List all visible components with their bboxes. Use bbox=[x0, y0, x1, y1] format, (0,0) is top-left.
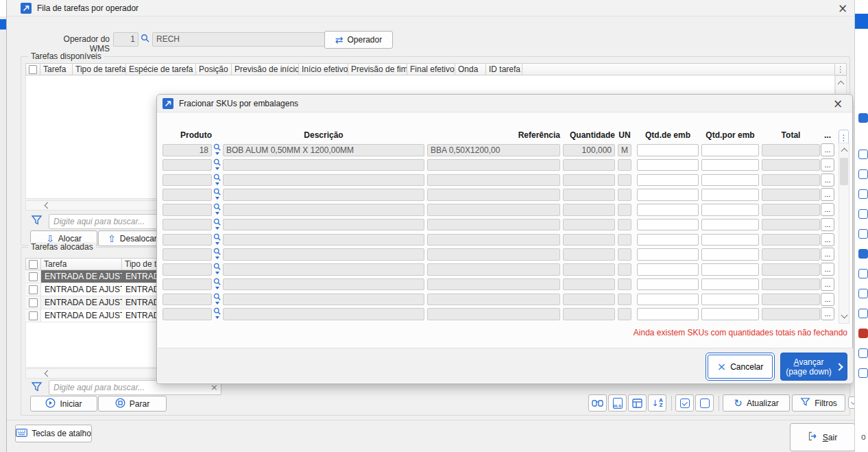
row-options-button[interactable]: ... bbox=[821, 307, 834, 320]
qtd-de-emb-input[interactable] bbox=[637, 248, 699, 261]
un-cell[interactable] bbox=[618, 189, 631, 201]
produto-cell[interactable] bbox=[162, 189, 212, 201]
qtd-de-emb-input[interactable] bbox=[637, 189, 699, 201]
produto-cell[interactable] bbox=[162, 219, 212, 231]
total-cell[interactable] bbox=[762, 159, 820, 171]
filter-funnel-icon[interactable] bbox=[31, 381, 43, 394]
quantidade-cell[interactable]: 100,000 bbox=[563, 144, 615, 156]
quantidade-cell[interactable] bbox=[563, 219, 615, 231]
referencia-cell[interactable] bbox=[427, 308, 560, 320]
qtd-por-emb-input[interactable] bbox=[701, 144, 759, 156]
qtd-por-emb-input[interactable] bbox=[701, 159, 759, 171]
descricao-cell[interactable] bbox=[223, 294, 424, 306]
quantidade-cell[interactable] bbox=[563, 189, 615, 201]
filters-button[interactable]: Filtros bbox=[792, 394, 845, 412]
descricao-cell[interactable] bbox=[223, 219, 424, 231]
close-window-button[interactable]: × bbox=[835, 1, 850, 16]
product-search-icon[interactable] bbox=[213, 233, 221, 247]
scroll-up-icon[interactable] bbox=[838, 81, 845, 88]
cancel-button[interactable]: × Cancelar bbox=[706, 353, 775, 381]
scroll-left-icon[interactable] bbox=[45, 370, 51, 377]
product-search-icon[interactable] bbox=[213, 174, 221, 187]
produto-cell[interactable] bbox=[162, 278, 212, 291]
descricao-cell[interactable] bbox=[223, 248, 424, 261]
row-options-button[interactable]: ... bbox=[821, 143, 834, 156]
dock-icon[interactable] bbox=[858, 348, 868, 358]
row-options-button[interactable]: ... bbox=[821, 233, 834, 246]
product-search-icon[interactable] bbox=[213, 158, 221, 172]
operator-id-field[interactable]: 1 bbox=[113, 32, 138, 47]
dock-icon[interactable] bbox=[858, 113, 868, 123]
produto-cell[interactable] bbox=[162, 159, 212, 171]
column-header[interactable]: Tarefa bbox=[40, 63, 73, 75]
quantidade-cell[interactable] bbox=[563, 204, 615, 216]
total-cell[interactable] bbox=[762, 219, 820, 231]
un-cell[interactable] bbox=[618, 204, 631, 216]
un-cell[interactable] bbox=[618, 308, 631, 320]
qtd-por-emb-input[interactable] bbox=[701, 219, 759, 231]
uncheck-all-button[interactable] bbox=[695, 394, 714, 412]
refresh-button[interactable]: ↻ Atualizar bbox=[723, 394, 790, 412]
row-checkbox[interactable] bbox=[25, 270, 41, 283]
row-checkbox[interactable] bbox=[25, 296, 41, 309]
column-header[interactable]: Previsão de fim bbox=[348, 63, 407, 75]
un-cell[interactable] bbox=[618, 248, 631, 261]
total-cell[interactable] bbox=[762, 234, 820, 246]
quantidade-cell[interactable] bbox=[563, 278, 615, 291]
qtd-de-emb-input[interactable] bbox=[637, 219, 699, 231]
scroll-down-icon[interactable] bbox=[841, 312, 847, 319]
total-cell[interactable] bbox=[762, 278, 820, 291]
total-cell[interactable] bbox=[762, 294, 820, 306]
layout-button[interactable] bbox=[628, 394, 647, 412]
quantidade-cell[interactable] bbox=[563, 294, 615, 306]
row-options-button[interactable]: ... bbox=[821, 278, 834, 291]
quantidade-cell[interactable] bbox=[563, 234, 615, 246]
quantidade-cell[interactable] bbox=[563, 308, 615, 320]
qtd-por-emb-input[interactable] bbox=[701, 308, 759, 320]
quantidade-cell[interactable] bbox=[563, 263, 615, 276]
total-cell[interactable] bbox=[762, 204, 820, 216]
qtd-de-emb-input[interactable] bbox=[637, 234, 699, 246]
column-header[interactable]: Previsão de início bbox=[232, 63, 299, 75]
un-cell[interactable] bbox=[618, 263, 631, 276]
dock-icon[interactable] bbox=[858, 289, 868, 298]
advance-button[interactable]: Avançar (page down) bbox=[780, 353, 847, 381]
product-search-icon[interactable] bbox=[213, 293, 221, 307]
modal-vscrollbar[interactable] bbox=[839, 143, 849, 324]
referencia-cell[interactable] bbox=[427, 174, 560, 187]
referencia-cell[interactable] bbox=[427, 263, 560, 276]
qtd-de-emb-input[interactable] bbox=[637, 159, 699, 171]
check-all-button[interactable] bbox=[675, 394, 694, 412]
total-cell[interactable] bbox=[762, 308, 820, 320]
quantidade-cell[interactable] bbox=[563, 174, 615, 187]
qtd-por-emb-input[interactable] bbox=[701, 204, 759, 216]
dock-icon[interactable] bbox=[858, 209, 868, 219]
descricao-cell[interactable] bbox=[223, 234, 424, 246]
row-options-button[interactable]: ... bbox=[821, 263, 834, 276]
dock-icon[interactable] bbox=[858, 169, 868, 179]
find-button[interactable] bbox=[588, 394, 607, 412]
qtd-de-emb-input[interactable] bbox=[637, 174, 699, 187]
column-header[interactable]: Final efetivo bbox=[407, 63, 455, 75]
dock-icon[interactable] bbox=[858, 189, 868, 199]
row-options-button[interactable]: ... bbox=[821, 203, 834, 216]
operator-name-field[interactable]: RECH bbox=[152, 32, 325, 47]
dock-icon[interactable] bbox=[858, 269, 868, 278]
product-search-icon[interactable] bbox=[213, 218, 221, 232]
row-options-button[interactable]: ... bbox=[821, 248, 834, 261]
referencia-cell[interactable]: BBA 0,50X1200,00 bbox=[427, 144, 560, 156]
dock-icon[interactable] bbox=[858, 229, 868, 239]
total-cell[interactable] bbox=[762, 174, 820, 187]
stop-button[interactable]: Parar bbox=[98, 396, 167, 412]
qtd-por-emb-input[interactable] bbox=[701, 234, 759, 246]
column-header[interactable]: ID tarefa bbox=[486, 63, 522, 75]
dock-icon[interactable] bbox=[858, 309, 868, 318]
row-options-button[interactable]: ... bbox=[821, 174, 834, 187]
sort-button[interactable]: ↓ AZ bbox=[648, 394, 666, 412]
total-cell[interactable] bbox=[762, 248, 820, 261]
grid-options-button[interactable]: ⋮ bbox=[835, 63, 847, 75]
export-xls-button[interactable]: XLS bbox=[608, 394, 627, 412]
column-header[interactable]: Onda bbox=[455, 63, 486, 75]
un-cell[interactable] bbox=[618, 159, 631, 171]
referencia-cell[interactable] bbox=[427, 294, 560, 306]
